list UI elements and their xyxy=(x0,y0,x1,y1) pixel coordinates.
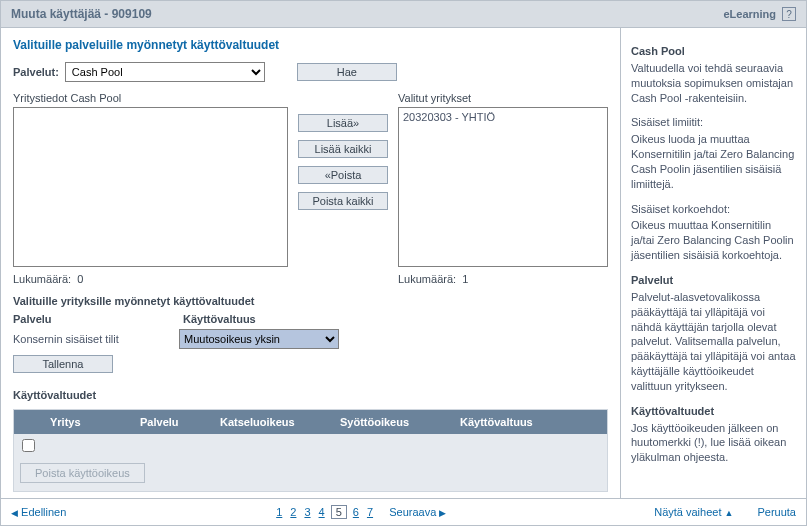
next-link[interactable]: Seuraava ▶ xyxy=(389,506,446,518)
remove-button[interactable]: «Poista xyxy=(298,166,388,184)
table-row xyxy=(14,434,607,457)
help-t4: Palvelut xyxy=(631,273,796,288)
services-label: Palvelut: xyxy=(13,66,59,78)
add-all-button[interactable]: Lisää kaikki xyxy=(298,140,388,158)
remove-all-button[interactable]: Poista kaikki xyxy=(298,192,388,210)
remove-permission-button: Poista käyttöoikeus xyxy=(20,463,145,483)
chevron-up-icon: ▲ xyxy=(725,508,734,518)
elearning-link[interactable]: eLearning xyxy=(723,8,776,20)
help-b1: Valtuudella voi tehdä seuraavia muutoksi… xyxy=(631,61,796,106)
row-checkbox[interactable] xyxy=(22,439,35,452)
page-title: Muuta käyttäjää - 909109 xyxy=(11,7,152,21)
services-select[interactable]: Cash Pool xyxy=(65,62,265,82)
perm-select[interactable]: Muutosoikeus yksin xyxy=(179,329,339,349)
footer: ◀ Edellinen 1 2 3 4 5 6 7 Seuraava ▶ Näy… xyxy=(0,499,807,526)
page-2[interactable]: 2 xyxy=(288,506,298,518)
perm-row: Konsernin sisäiset tilit Muutosoikeus yk… xyxy=(13,329,608,349)
perm-h-service: Palvelu xyxy=(13,313,163,325)
help-b2: Oikeus luoda ja muuttaa Konsernitilin ja… xyxy=(631,132,796,191)
services-row: Palvelut: Cash Pool Hae xyxy=(13,62,608,82)
show-steps-link[interactable]: Näytä vaiheet ▲ xyxy=(654,506,733,518)
page-4[interactable]: 4 xyxy=(317,506,327,518)
th-perm: Käyttövaltuus xyxy=(456,414,596,430)
available-count: Lukumäärä: 0 xyxy=(13,273,288,285)
section-title: Valituille palveluille myönnetyt käyttöv… xyxy=(13,38,608,52)
th-view: Katseluoikeus xyxy=(216,414,336,430)
main-wrap: Valituille palveluille myönnetyt käyttöv… xyxy=(0,28,807,499)
th-company: Yritys xyxy=(46,414,136,430)
page-6[interactable]: 6 xyxy=(351,506,361,518)
chevron-right-icon: ▶ xyxy=(439,508,446,518)
perm-service-value: Konsernin sisäiset tilit xyxy=(13,333,163,345)
help-b3: Oikeus muuttaa Konsernitilin ja/tai Zero… xyxy=(631,218,796,263)
selected-listbox[interactable]: 20320303 - YHTIÖ xyxy=(398,107,608,267)
available-label: Yritystiedot Cash Pool xyxy=(13,92,288,104)
chevron-left-icon: ◀ xyxy=(11,508,18,518)
perm-headers: Palvelu Käyttövaltuus xyxy=(13,313,608,325)
help-t3: Sisäiset korkoehdot: xyxy=(631,202,796,217)
page-3[interactable]: 3 xyxy=(302,506,312,518)
pager: 1 2 3 4 5 6 7 Seuraava ▶ xyxy=(274,505,446,519)
footer-right: Näytä vaiheet ▲ Peruuta xyxy=(654,506,796,518)
page-header: Muuta käyttäjää - 909109 eLearning ? xyxy=(0,0,807,28)
cancel-link[interactable]: Peruuta xyxy=(757,506,796,518)
selected-label: Valitut yritykset xyxy=(398,92,608,104)
selected-count: Lukumäärä: 1 xyxy=(398,273,608,285)
available-listbox[interactable] xyxy=(13,107,288,267)
th-input: Syöttöoikeus xyxy=(336,414,456,430)
page-5-current[interactable]: 5 xyxy=(331,505,347,519)
th-service: Palvelu xyxy=(136,414,216,430)
perm-table-title: Käyttövaltuudet xyxy=(13,389,608,401)
list-item[interactable]: 20320303 - YHTIÖ xyxy=(401,110,605,124)
add-button[interactable]: Lisää» xyxy=(298,114,388,132)
header-right: eLearning ? xyxy=(723,7,796,21)
help-t2: Sisäiset limiitit: xyxy=(631,115,796,130)
prev-link[interactable]: ◀ Edellinen xyxy=(11,506,66,518)
help-b5: Jos käyttöoikeuden jälkeen on huutomerkk… xyxy=(631,421,796,466)
help-t5: Käyttövaltuudet xyxy=(631,404,796,419)
help-pane: Cash Pool Valtuudella voi tehdä seuraavi… xyxy=(620,28,806,498)
help-b4: Palvelut-alasvetovalikossa pääkäyttäjä t… xyxy=(631,290,796,394)
transfer-buttons: Lisää» Lisää kaikki «Poista Poista kaikk… xyxy=(298,114,388,210)
dual-list-area: Yritystiedot Cash Pool Lukumäärä: 0 Lisä… xyxy=(13,92,608,285)
table-header: Yritys Palvelu Katseluoikeus Syöttöoikeu… xyxy=(14,410,607,434)
fetch-button[interactable]: Hae xyxy=(297,63,397,81)
page-7[interactable]: 7 xyxy=(365,506,375,518)
company-perm-title: Valituille yrityksille myönnetyt käyttöv… xyxy=(13,295,608,307)
selected-column: Valitut yritykset 20320303 - YHTIÖ Lukum… xyxy=(398,92,608,285)
save-button[interactable]: Tallenna xyxy=(13,355,113,373)
available-column: Yritystiedot Cash Pool Lukumäärä: 0 xyxy=(13,92,288,285)
help-t1: Cash Pool xyxy=(631,44,796,59)
perm-table: Yritys Palvelu Katseluoikeus Syöttöoikeu… xyxy=(13,409,608,492)
left-pane: Valituille palveluille myönnetyt käyttöv… xyxy=(1,28,620,498)
page-1[interactable]: 1 xyxy=(274,506,284,518)
perm-h-perm: Käyttövaltuus xyxy=(183,313,256,325)
help-icon[interactable]: ? xyxy=(782,7,796,21)
